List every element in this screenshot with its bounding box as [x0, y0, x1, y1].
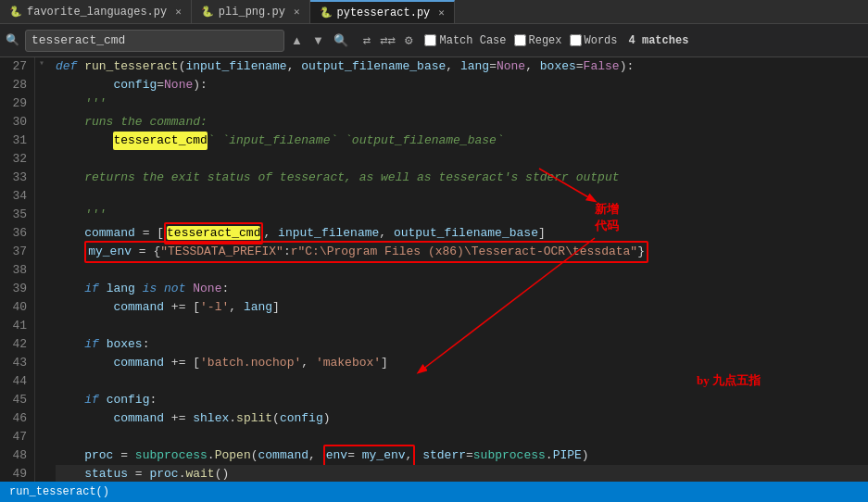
code-line-45: if config:	[56, 391, 868, 409]
search-next-button[interactable]: ▼	[309, 33, 327, 47]
search-prev-button[interactable]: ▲	[288, 33, 306, 47]
ln-29: 29	[6, 94, 27, 113]
line-numbers: 27 28 29 30 31 32 33 34 35 36 37 38 39 4…	[0, 57, 35, 482]
tab-close-2[interactable]: ✕	[294, 6, 300, 18]
tab-pli-png[interactable]: 🐍 pli_png.py ✕	[192, 0, 310, 23]
env-redbox: env= my_env,	[323, 445, 416, 467]
match-case-option[interactable]: Match Case	[424, 34, 506, 47]
code-line-40: command += ['-l', lang]	[56, 298, 868, 317]
replace-icon[interactable]: ⇄	[360, 32, 373, 48]
python-icon-1: 🐍	[9, 6, 22, 18]
ln-38: 38	[6, 261, 27, 280]
search-toolbar-icons: ⇄ ⇄⇄ ⚙	[360, 32, 416, 48]
code-line-42: if boxes:	[56, 335, 868, 354]
line-37-redbox: my_env = {"TESSDATA_PREFIX":r"C:\Program…	[84, 241, 648, 263]
annotation-new-code: 新增代码	[595, 201, 619, 234]
search-bar: 🔍 ▲ ▼ 🔍 ⇄ ⇄⇄ ⚙ Match Case Regex Words 4 …	[0, 24, 868, 57]
ln-40: 40	[6, 298, 27, 317]
words-label: Words	[585, 34, 618, 47]
code-line-28: config=None):	[56, 76, 868, 94]
code-line-34	[56, 187, 868, 206]
search-input[interactable]	[31, 33, 245, 47]
code-line-30: runs the command:	[56, 113, 868, 132]
python-icon-2: 🐍	[201, 6, 214, 18]
ln-39: 39	[6, 280, 27, 298]
settings-icon[interactable]: ⚙	[402, 32, 415, 48]
words-option[interactable]: Words	[570, 34, 618, 47]
tab-close-3[interactable]: ✕	[438, 6, 445, 19]
ln-31: 31	[6, 132, 27, 150]
code-line-41	[56, 317, 868, 335]
code-line-47	[56, 428, 868, 446]
ln-35: 35	[6, 206, 27, 224]
match-31: tesseract_cmd	[113, 132, 207, 150]
match-count: 4 matches	[629, 34, 689, 47]
code-line-36: command = [tesseract_cmd, input_filename…	[56, 224, 868, 243]
status-bar: run_tesseract()	[0, 482, 868, 502]
search-find-button[interactable]: 🔍	[331, 33, 351, 47]
python-icon-3: 🐍	[320, 6, 333, 19]
tab-pytesseract[interactable]: 🐍 pytesseract.py ✕	[310, 0, 455, 23]
code-line-39: if lang is not None:	[56, 280, 868, 298]
tab-label-1: favorite_languages.py	[27, 6, 167, 19]
ln-34: 34	[6, 187, 27, 206]
code-line-27: def run_tesseract(input_filename, output…	[56, 57, 868, 76]
code-line-46: command += shlex.split(config)	[56, 409, 868, 428]
ln-33: 33	[6, 169, 27, 187]
ln-45: 45	[6, 391, 27, 409]
code-line-31: tesseract_cmd` `input_filename` `output_…	[56, 132, 868, 150]
ln-30: 30	[6, 113, 27, 132]
ln-28: 28	[6, 76, 27, 94]
ln-41: 41	[6, 317, 27, 335]
code-line-49: status = proc.wait()	[56, 465, 868, 482]
ln-32: 32	[6, 150, 27, 169]
tabs-bar: 🐍 favorite_languages.py ✕ 🐍 pli_png.py ✕…	[0, 0, 868, 24]
ln-48: 48	[6, 446, 27, 465]
annotation-by-author: by 九点五指	[697, 372, 761, 389]
tab-favorite-languages[interactable]: 🐍 favorite_languages.py ✕	[0, 0, 192, 23]
code-line-43: command += ['batch.nochop', 'makebox']	[56, 354, 868, 372]
ln-37: 37	[6, 243, 27, 261]
code-line-33: returns the exit status of tesseract, as…	[56, 169, 868, 187]
regex-label: Regex	[529, 34, 562, 47]
ln-46: 46	[6, 409, 27, 428]
regex-checkbox[interactable]	[514, 34, 526, 46]
ln-49: 49	[6, 465, 27, 482]
search-options: Match Case Regex Words	[424, 34, 617, 47]
code-line-48: proc = subprocess.Popen(command, env= my…	[56, 446, 868, 465]
search-icon: 🔍	[6, 33, 19, 47]
tab-close-1[interactable]: ✕	[175, 6, 182, 18]
regex-option[interactable]: Regex	[514, 34, 562, 47]
editor-area: 27 28 29 30 31 32 33 34 35 36 37 38 39 4…	[0, 57, 868, 482]
code-line-35: '''	[56, 206, 868, 224]
code-area[interactable]: def run_tesseract(input_filename, output…	[48, 57, 868, 482]
ln-43: 43	[6, 354, 27, 372]
ln-47: 47	[6, 428, 27, 446]
tab-label-2: pli_png.py	[219, 6, 285, 19]
ln-44: 44	[6, 372, 27, 391]
code-line-37: my_env = {"TESSDATA_PREFIX":r"C:\Program…	[56, 243, 868, 261]
match-case-checkbox[interactable]	[424, 34, 436, 46]
fold-gutter: ▾	[35, 57, 48, 482]
code-line-29: '''	[56, 94, 868, 113]
ln-27: 27	[6, 57, 27, 76]
code-line-38	[56, 261, 868, 280]
tab-label-3: pytesseract.py	[337, 6, 431, 19]
search-input-box	[25, 30, 284, 52]
ln-42: 42	[6, 335, 27, 354]
match-case-label: Match Case	[439, 34, 506, 47]
replace-all-icon[interactable]: ⇄⇄	[377, 32, 398, 48]
words-checkbox[interactable]	[570, 34, 582, 46]
status-function: run_tesseract()	[9, 485, 109, 498]
code-line-32	[56, 150, 868, 169]
ln-36: 36	[6, 224, 27, 243]
